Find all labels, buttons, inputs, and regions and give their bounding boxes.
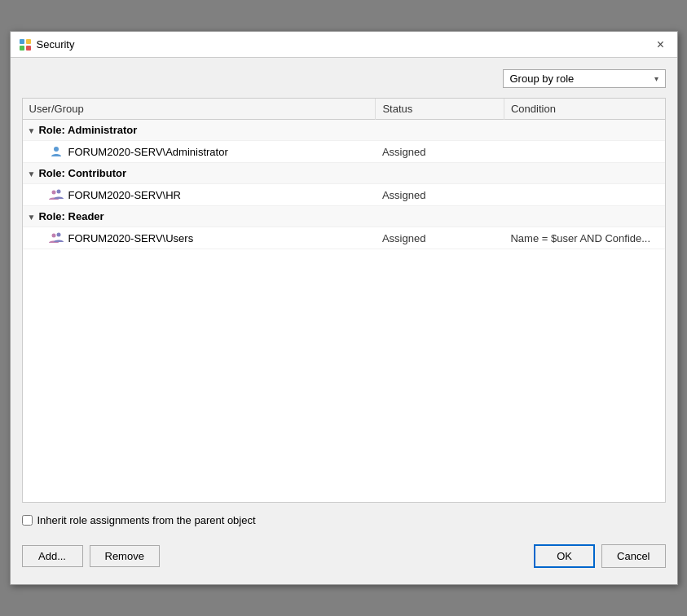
user-name: FORUM2020-SERV\Users [68, 232, 194, 244]
groupby-dropdown[interactable]: Group by role ▾ [503, 69, 666, 88]
table-header-row: User/Group Status Condition [23, 99, 665, 120]
svg-rect-3 [26, 46, 31, 51]
group-row[interactable]: ▼Role: Administrator [23, 120, 665, 141]
col-header-condition: Condition [504, 99, 664, 120]
col-header-user-group: User/Group [23, 99, 376, 120]
inherit-label: Inherit role assignments from the parent… [37, 514, 256, 526]
svg-point-6 [56, 190, 60, 194]
security-dialog: Security × Group by role ▾ User/Group [10, 31, 678, 585]
svg-rect-0 [20, 39, 24, 44]
svg-rect-1 [26, 39, 31, 44]
button-group-left: Add... Remove [22, 545, 160, 567]
table-row[interactable]: FORUM2020-SERV\HR Assigned [23, 184, 665, 206]
add-button[interactable]: Add... [22, 545, 83, 567]
user-icon [49, 144, 64, 159]
table-body: ▼Role: Administrator FORUM2020-SERV\Admi… [23, 120, 665, 249]
inherit-checkbox-row: Inherit role assignments from the parent… [22, 509, 666, 531]
dialog-title: Security [37, 38, 75, 51]
user-name: FORUM2020-SERV\Administrator [68, 146, 228, 158]
status-cell: Assigned [376, 141, 504, 163]
inherit-checkbox[interactable] [22, 515, 33, 526]
collapse-icon: ▼ [28, 169, 36, 178]
ok-button[interactable]: OK [534, 544, 595, 568]
close-button[interactable]: × [653, 37, 669, 53]
cancel-button[interactable]: Cancel [601, 544, 665, 568]
condition-cell [504, 141, 664, 163]
dialog-icon [19, 38, 32, 51]
svg-point-8 [56, 233, 60, 237]
condition-cell [504, 184, 664, 206]
svg-point-5 [51, 191, 55, 195]
button-group-right: OK Cancel [534, 544, 665, 568]
collapse-icon: ▼ [28, 213, 36, 222]
col-header-status: Status [376, 99, 504, 120]
user-name: FORUM2020-SERV\HR [68, 189, 181, 201]
security-table-container: User/Group Status Condition ▼Role: Admin… [22, 98, 666, 503]
collapse-icon: ▼ [28, 126, 36, 135]
toolbar-row: Group by role ▾ [22, 66, 666, 91]
status-cell: Assigned [376, 184, 504, 206]
groupby-label: Group by role [510, 73, 575, 85]
dialog-body: Group by role ▾ User/Group Status C [11, 58, 677, 584]
security-table: User/Group Status Condition ▼Role: Admin… [23, 99, 665, 249]
group-row[interactable]: ▼Role: Contributor [23, 163, 665, 184]
svg-point-7 [51, 234, 55, 238]
footer-buttons: Add... Remove OK Cancel [22, 538, 666, 576]
table-row[interactable]: FORUM2020-SERV\Administrator Assigned [23, 141, 665, 163]
group-icon [49, 231, 64, 245]
svg-rect-2 [20, 46, 24, 51]
svg-point-4 [54, 147, 59, 152]
table-row[interactable]: FORUM2020-SERV\Users AssignedName = $use… [23, 227, 665, 249]
remove-button[interactable]: Remove [90, 545, 160, 567]
title-bar: Security × [11, 32, 677, 58]
status-cell: Assigned [376, 227, 504, 249]
group-icon [49, 187, 64, 202]
title-bar-left: Security [19, 38, 75, 51]
chevron-down-icon: ▾ [654, 74, 658, 83]
group-row[interactable]: ▼Role: Reader [23, 206, 665, 227]
condition-cell: Name = $user AND Confide... [504, 227, 664, 249]
